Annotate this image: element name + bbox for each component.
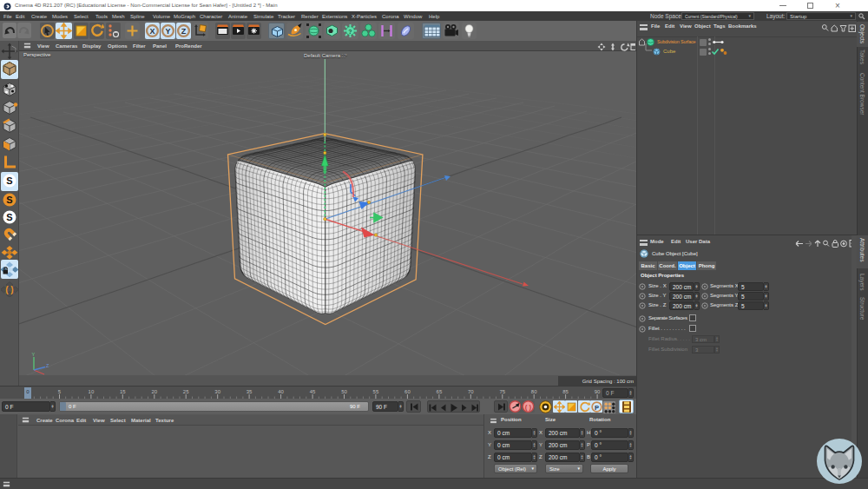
svg-text:20: 20 [151,389,157,394]
svg-text:( ): ( ) [5,285,13,294]
svg-text:25: 25 [183,389,189,394]
svg-text:5: 5 [58,389,62,394]
svg-text:S: S [6,175,12,186]
svg-text:50: 50 [341,389,347,394]
svg-text:90: 90 [595,389,601,394]
svg-text:Y: Y [165,27,170,36]
svg-text:60: 60 [404,389,411,394]
svg-text:30: 30 [214,389,220,394]
svg-text:85: 85 [562,389,569,394]
svg-text:( ): ( ) [525,403,532,411]
svg-text:X: X [149,27,155,36]
svg-text:35: 35 [247,389,253,394]
svg-text:Z: Z [181,27,187,36]
svg-text:?: ? [348,29,352,35]
svg-text:45: 45 [310,389,316,394]
svg-text:65: 65 [437,389,443,394]
svg-text:S: S [6,195,12,205]
svg-text:10: 10 [89,389,95,394]
svg-text:70: 70 [468,389,474,394]
svg-text:Y: Y [32,352,36,357]
svg-text:15: 15 [120,389,126,394]
svg-text:40: 40 [278,389,284,394]
svg-text:75: 75 [499,389,505,394]
svg-text:X: X [44,374,48,375]
svg-text:P: P [594,403,598,411]
svg-text:80: 80 [531,389,537,394]
svg-text:55: 55 [373,389,379,394]
svg-text:S: S [6,212,12,222]
